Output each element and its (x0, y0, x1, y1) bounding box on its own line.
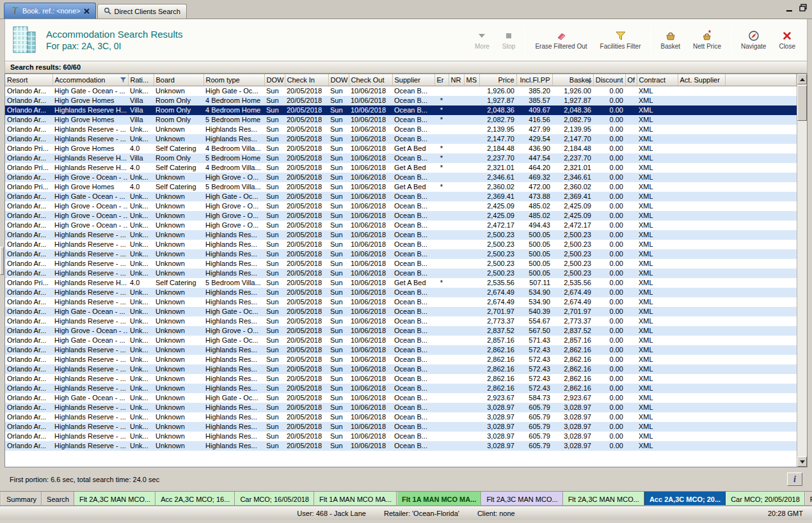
table-row[interactable]: Orlando Ar...Highlands Reserve - ...Unk.… (5, 422, 797, 432)
column-header-supplier[interactable]: Supplier (392, 74, 434, 86)
table-row[interactable]: Orlando Ar...Highlands Reserve - ...Unk.… (5, 259, 797, 269)
bottom-tab-5[interactable]: Flt 1A MAN MCO MA... (314, 492, 397, 506)
column-header-nr[interactable]: NR (449, 74, 464, 86)
bottom-tab-0[interactable]: Summary (1, 492, 42, 506)
cell (625, 316, 637, 326)
table-row[interactable]: Orlando Ar...Highlands Reserve - ...Unk.… (5, 384, 797, 393)
close-button[interactable]: Close (774, 27, 800, 52)
column-header-resort[interactable]: Resort (5, 74, 52, 86)
info-button[interactable]: i (787, 472, 802, 486)
table-row[interactable]: Orlando Ar...Highlands Reserve - ...Unk.… (5, 288, 797, 297)
bottom-tab-4[interactable]: Car MCO; 16/05/2018 (235, 492, 314, 506)
bottom-tab-7[interactable]: Flt 2A,3C MAN MCO... (481, 492, 562, 506)
table-row[interactable]: Orlando Ar...High Gate - Ocean - ...Unk.… (5, 307, 797, 316)
column-header-er[interactable]: Er (434, 74, 449, 86)
column-header-board[interactable]: Board (154, 74, 203, 86)
table-row[interactable]: Orlando Ar...Highlands Reserve - ...Unk.… (5, 269, 797, 278)
nett-price-button[interactable]: * Nett Price (688, 27, 726, 52)
tab-close-icon[interactable] (84, 8, 90, 14)
left-panel-grip[interactable] (0, 247, 4, 275)
navigate-button[interactable]: Navigate (736, 27, 771, 52)
bottom-tab-6[interactable]: Flt 1A MAN MCO MA... (397, 492, 481, 506)
table-row[interactable]: Orlando Ar...High Gate - Ocean - ...Unk.… (5, 393, 797, 403)
bottom-tab-2[interactable]: Flt 2A,3C MAN MCO... (74, 492, 155, 506)
cell: 2,321.01 (552, 163, 593, 173)
table-row[interactable]: Orlando Ar...Highlands Reserve - ...Unk.… (5, 249, 797, 259)
erase-filtered-out-button[interactable]: Erase Filtered Out (530, 27, 592, 52)
table-row[interactable]: Orlando Ar...Highlands Reserve - ...Unk.… (5, 374, 797, 384)
column-header-rati[interactable]: Rati... (128, 74, 154, 86)
cell: Ocean B... (392, 355, 434, 364)
cell: Orlando Pri... (5, 182, 52, 192)
table-row[interactable]: Orlando Ar...High Gate - Ocean - ...Unk.… (5, 86, 797, 96)
column-header-basket[interactable]: Basket (552, 74, 593, 86)
table-row[interactable]: Orlando Ar...Highlands Reserve - ...Unk.… (5, 432, 797, 441)
column-header-of[interactable]: Of (625, 74, 637, 86)
table-row[interactable]: Orlando Ar...Highlands Reserve H...Villa… (5, 153, 797, 163)
table-row[interactable]: Orlando Pri...High Grove Homes4.0Self Ca… (5, 182, 797, 192)
table-row[interactable]: Orlando Ar...Highlands Reserve - ...Unk.… (5, 240, 797, 249)
column-header-room-type[interactable]: Room type (203, 74, 264, 86)
facilities-filter-button[interactable]: Facilities Filter (595, 27, 646, 52)
table-row[interactable]: Orlando Pri...Highlands Reserve H...4.0S… (5, 163, 797, 173)
basket-button[interactable]: Basket (655, 27, 685, 52)
bottom-tab-11[interactable]: Financial Summary (805, 492, 812, 506)
scroll-up-button[interactable] (797, 74, 807, 84)
table-row[interactable]: Orlando Ar...Highlands Reserve - ...Unk.… (5, 316, 797, 326)
column-header-contract[interactable]: Contract (637, 74, 678, 86)
table-row[interactable]: Orlando Ar...Highlands Reserve - ...Unk.… (5, 441, 797, 451)
table-row[interactable]: Orlando Ar...Highlands Reserve - ...Unk.… (5, 297, 797, 307)
bottom-tab-10[interactable]: Car MCO; 20/05/2018 (726, 492, 805, 506)
table-row[interactable]: Orlando Ar...Highlands Reserve - ...Unk.… (5, 345, 797, 355)
cell (464, 374, 479, 384)
table-row[interactable]: Orlando Ar...Highlands Reserve - ...Unk.… (5, 355, 797, 364)
column-header-act-supplier[interactable]: Act. Supplier (678, 74, 725, 86)
column-header-accommodation[interactable]: Accommodation (52, 74, 128, 86)
column-header-dow[interactable]: DOW (328, 74, 349, 86)
table-row[interactable]: Orlando Ar...High Grove - Ocean - ...Unk… (5, 201, 797, 211)
table-row[interactable]: Orlando Ar...High Grove - Ocean - ...Unk… (5, 173, 797, 182)
tab-direct-clients-search[interactable]: Direct Clients Search (97, 4, 187, 19)
table-row[interactable]: Orlando Ar...Highlands Reserve - ...Unk.… (5, 412, 797, 422)
sort-icon[interactable] (587, 78, 592, 86)
column-header-incl-fl-pp[interactable]: Incl.Fl.PP (516, 74, 552, 86)
table-row[interactable]: Orlando Ar...High Grove - Ocean - ...Unk… (5, 326, 797, 336)
bottom-tab-8[interactable]: Flt 2A,3C MAN MCO... (563, 492, 644, 506)
table-row[interactable]: Orlando Pri...Highlands Reserve H...4.0S… (5, 278, 797, 288)
scroll-down-button[interactable] (797, 457, 807, 467)
table-row[interactable]: Orlando Ar...High Gate - Ocean - ...Unk.… (5, 336, 797, 345)
table-row[interactable]: Orlando Ar...Highlands Reserve - ...Unk.… (5, 134, 797, 144)
table-row[interactable]: Orlando Ar...High Grove - Ocean - ...Unk… (5, 221, 797, 230)
column-header-dow[interactable]: DOW (264, 74, 285, 86)
bottom-tab-1[interactable]: Search (42, 492, 74, 506)
cell: Highlands Reserve - ... (52, 125, 128, 134)
bottom-tab-9[interactable]: Acc 2A,3C MCO; 20... (644, 492, 726, 506)
cell: Orlando Ar... (5, 192, 52, 201)
cell: Sun (328, 221, 349, 230)
column-header-price[interactable]: Price (479, 74, 516, 86)
table-row[interactable]: Orlando Ar...Highlands Reserve - ...Unk.… (5, 125, 797, 134)
restore-icon[interactable] (799, 4, 807, 12)
column-header-ms[interactable]: MS (464, 74, 479, 86)
column-header-check-in[interactable]: Check In (285, 74, 328, 86)
cell: Unk... (128, 240, 154, 249)
table-row[interactable]: Orlando Ar...Highlands Reserve - ...Unk.… (5, 230, 797, 240)
table-row[interactable]: Orlando Ar...Highlands Reserve H...Villa… (5, 105, 797, 115)
table-row[interactable]: Orlando Ar...High Grove - Ocean - ...Unk… (5, 211, 797, 221)
filter-icon[interactable] (120, 77, 126, 84)
cell: 436.90 (516, 144, 552, 153)
table-row[interactable]: Orlando Ar...High Grove HomesVillaRoom O… (5, 115, 797, 125)
column-header-check-out[interactable]: Check Out (349, 74, 392, 86)
table-row[interactable]: Orlando Ar...High Gate - Ocean - ...Unk.… (5, 192, 797, 201)
table-row[interactable]: Orlando Ar...Highlands Reserve - ...Unk.… (5, 364, 797, 374)
column-header-discount[interactable]: Discount (593, 74, 625, 86)
table-row[interactable]: Orlando Ar...Highlands Reserve - ...Unk.… (5, 403, 797, 412)
minimize-icon[interactable] (785, 4, 793, 12)
tab-booking-ref[interactable]: Book. ref.: <none> (4, 3, 96, 19)
cell: 2,535.56 (479, 278, 516, 288)
scrollbar-thumb[interactable] (797, 85, 807, 121)
bottom-tab-3[interactable]: Acc 2A,3C MCO; 16... (155, 492, 235, 506)
table-row[interactable]: Orlando Pri...High Grove Homes4.0Self Ca… (5, 144, 797, 153)
vertical-scrollbar[interactable] (797, 74, 807, 467)
table-row[interactable]: Orlando Ar...High Grove HomesVillaRoom O… (5, 96, 797, 105)
